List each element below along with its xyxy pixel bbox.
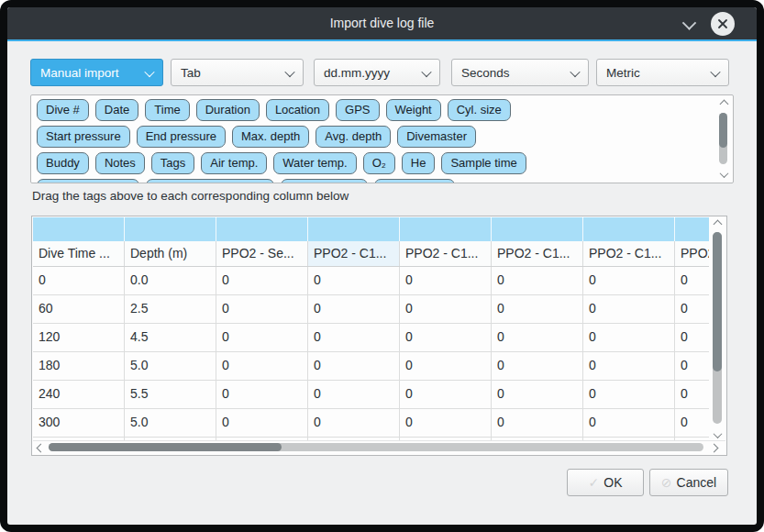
tag-air-temp[interactable]: Air temp.	[201, 152, 267, 174]
tag-buddy[interactable]: Buddy	[37, 152, 89, 174]
import-dialog: Import dive log file Manual import Tab d…	[7, 7, 757, 525]
column-drop-target[interactable]	[492, 217, 583, 241]
chevron-down-icon	[421, 67, 431, 77]
tag-sample-temperature[interactable]: Sample temperature	[146, 179, 274, 183]
tag-sample-time[interactable]: Sample time	[441, 152, 526, 174]
scroll-down-arrow-icon[interactable]	[720, 171, 727, 178]
tag-o[interactable]: O₂	[363, 152, 395, 174]
column-header[interactable]: PPO2 - C1...	[400, 241, 492, 266]
tag-location[interactable]: Location	[266, 99, 329, 121]
chevron-down-icon[interactable]	[678, 13, 700, 35]
tag-row: Dive #DateTimeDurationLocationGPSWeightC…	[37, 99, 711, 125]
table-cell: 60	[33, 295, 125, 323]
column-drop-target[interactable]	[308, 217, 400, 241]
table-cell: 0	[400, 381, 492, 408]
tag-weight[interactable]: Weight	[386, 99, 441, 121]
table-cell: 0	[400, 324, 492, 351]
duration-format-value: Seconds	[461, 66, 510, 80]
table-horizontal-scrollbar[interactable]	[33, 440, 725, 454]
table-cell: 0	[216, 409, 308, 437]
window-title: Import dive log file	[7, 7, 757, 39]
titlebar[interactable]: Import dive log file	[7, 7, 757, 41]
tag-notes[interactable]: Notes	[95, 152, 145, 174]
tag-divemaster[interactable]: Divemaster	[397, 126, 476, 148]
tag-duration[interactable]: Duration	[196, 99, 260, 121]
tag-date[interactable]: Date	[95, 99, 138, 121]
import-mode-select[interactable]: Manual import	[30, 59, 163, 86]
tag-avg-depth[interactable]: Avg. depth	[316, 126, 391, 148]
table-cell: 2.5	[125, 295, 216, 323]
column-header[interactable]: PPO2 - C1...	[583, 241, 675, 266]
scrollbar-thumb[interactable]	[49, 443, 282, 451]
table-cell: 0	[492, 324, 583, 351]
column-drop-target[interactable]	[216, 217, 308, 241]
tag-start-pressure[interactable]: Start pressure	[37, 126, 130, 148]
column-drop-target[interactable]	[400, 217, 492, 241]
table-cell: 0	[675, 324, 709, 351]
tag-palette-scrollbar[interactable]	[716, 97, 731, 181]
column-header[interactable]: PPO2 - C1...	[492, 241, 583, 266]
table-cell: 180	[33, 352, 125, 380]
table-cell: 0	[308, 352, 400, 380]
chevron-down-icon	[570, 67, 580, 77]
column-drop-target[interactable]	[583, 217, 675, 241]
tag-tags[interactable]: Tags	[151, 152, 194, 174]
cancel-button[interactable]: ⊘ Cancel	[649, 469, 728, 496]
ok-button[interactable]: ✓ OK	[567, 469, 644, 496]
table-cell: 300	[33, 409, 125, 437]
column-header[interactable]: Depth (m)	[125, 241, 216, 266]
tag-dive[interactable]: Dive #	[37, 99, 89, 121]
tag-sample-cns[interactable]: Sample CNS	[374, 179, 455, 183]
date-format-select[interactable]: dd.mm.yyyy	[314, 59, 440, 86]
close-button[interactable]	[711, 12, 735, 36]
scrollbar-thumb[interactable]	[719, 113, 727, 148]
table-cell: 0	[675, 381, 709, 408]
table-vertical-scrollbar[interactable]	[709, 217, 725, 441]
scroll-left-arrow-icon[interactable]	[36, 443, 45, 452]
tag-he[interactable]: He	[402, 152, 436, 174]
table-row: 00.0000000	[33, 267, 709, 295]
table-cell: 0	[400, 409, 492, 437]
scroll-right-arrow-icon[interactable]	[709, 443, 718, 452]
table-row: 1204.5000000	[33, 324, 709, 352]
csv-preview-table: Dive Time ...Depth (m)PPO2 - Se...PPO2 -…	[31, 216, 727, 456]
table-cell: 4.5	[125, 324, 216, 351]
tag-water-temp[interactable]: Water temp.	[273, 152, 356, 174]
column-header[interactable]: PPO2 - C1...	[308, 241, 400, 266]
column-drop-target[interactable]	[125, 217, 216, 241]
scroll-up-arrow-icon[interactable]	[720, 100, 727, 107]
column-drop-target[interactable]	[33, 217, 125, 241]
scroll-down-arrow-icon[interactable]	[714, 431, 721, 438]
table-cell: 240	[33, 381, 125, 408]
tag-sample-po[interactable]: Sample pO₂	[281, 179, 368, 183]
checkmark-icon: ✓	[589, 475, 600, 490]
cancel-icon: ⊘	[661, 475, 672, 490]
chevron-down-icon	[710, 67, 720, 77]
tag-sample-depth[interactable]: Sample depth	[37, 179, 139, 183]
units-select[interactable]: Metric	[596, 59, 729, 86]
table-cell: 0	[492, 381, 583, 408]
date-format-value: dd.mm.yyyy	[324, 66, 390, 80]
scroll-up-arrow-icon[interactable]	[714, 220, 721, 227]
column-header[interactable]: PPO2	[675, 241, 709, 266]
table-row: 2405.5000000	[33, 381, 709, 409]
units-value: Metric	[606, 66, 640, 80]
tag-max-depth[interactable]: Max. depth	[232, 126, 309, 148]
close-icon	[717, 18, 728, 29]
field-separator-select[interactable]: Tab	[171, 59, 304, 86]
table-cell: 0	[675, 295, 709, 323]
table-cell: 0	[308, 295, 400, 323]
column-header[interactable]: Dive Time ...	[33, 241, 125, 266]
column-header[interactable]: PPO2 - Se...	[216, 241, 308, 266]
column-drop-target[interactable]	[675, 217, 709, 241]
duration-format-select[interactable]: Seconds	[451, 59, 589, 86]
tag-end-pressure[interactable]: End pressure	[137, 126, 226, 148]
tag-row: Sample depthSample temperatureSample pO₂…	[37, 179, 711, 183]
tag-time[interactable]: Time	[145, 99, 189, 121]
table-cell: 0	[492, 352, 583, 380]
tag-gps[interactable]: GPS	[336, 99, 379, 121]
tag-cyl-size[interactable]: Cyl. size	[448, 99, 511, 121]
scrollbar-thumb[interactable]	[713, 232, 722, 371]
table-cell: 0	[400, 267, 492, 294]
table-cell: 0	[675, 267, 709, 294]
